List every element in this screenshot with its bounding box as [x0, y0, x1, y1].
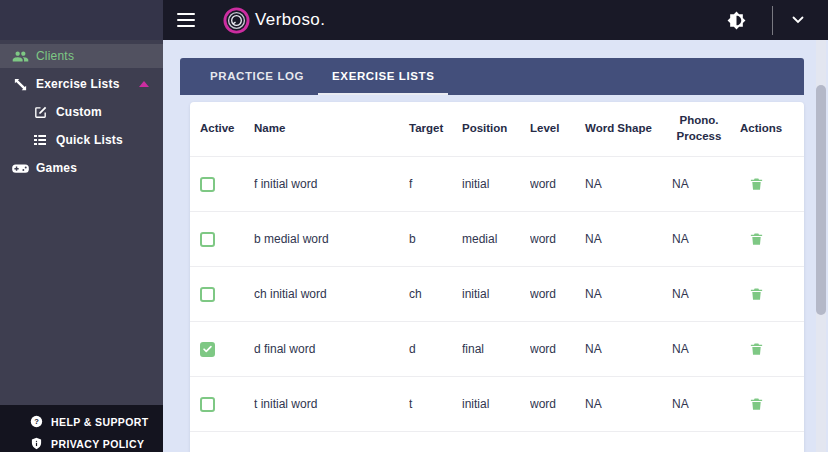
- cell-name: b medial word: [254, 232, 409, 246]
- dark-mode-toggle-icon[interactable]: [727, 11, 746, 30]
- cell-target: f: [409, 177, 462, 191]
- cell-word-shape: NA: [585, 177, 672, 191]
- table-row: ch initial wordchinitialwordNANA: [190, 267, 804, 322]
- cell-phono-process: NA: [672, 342, 740, 356]
- exercise-lists-card: ActiveNameTargetPositionLevelWord ShapeP…: [190, 102, 804, 452]
- cell-target: d: [409, 342, 462, 356]
- delete-row-button[interactable]: [749, 341, 764, 357]
- sidebar-item-exercise-lists[interactable]: Exercise Lists: [0, 72, 163, 96]
- brand-name: Verboso.: [255, 10, 325, 30]
- table-row: t initial wordtinitialwordNANA: [190, 377, 804, 432]
- tab-exercise-lists[interactable]: EXERCISE LISTS: [318, 58, 448, 95]
- verboso-logo-icon: [223, 7, 250, 34]
- cell-name: ch initial word: [254, 287, 409, 301]
- cell-position: initial: [462, 397, 530, 411]
- cell-word-shape: NA: [585, 232, 672, 246]
- delete-row-button[interactable]: [749, 286, 764, 302]
- delete-row-button[interactable]: [749, 176, 764, 192]
- help-circle-icon: ?: [30, 415, 44, 429]
- cell-phono-process: NA: [672, 397, 740, 411]
- sidebar: ClientsExercise ListsCustomQuick ListsGa…: [0, 40, 163, 452]
- cell-position: final: [462, 342, 530, 356]
- column-header-position: Position: [462, 121, 530, 137]
- footer-link-label: HELP & SUPPORT: [51, 416, 149, 428]
- column-header-active: Active: [200, 121, 254, 137]
- cell-level: word: [530, 232, 585, 246]
- active-checkbox[interactable]: [200, 342, 215, 357]
- svg-text:?: ?: [34, 417, 39, 426]
- table-row: b medial wordbmedialwordNANA: [190, 212, 804, 267]
- navbar-sidebar-corner: [0, 0, 163, 40]
- footer-link-privacy-policy[interactable]: PRIVACY POLICY: [30, 434, 163, 452]
- active-checkbox[interactable]: [200, 287, 215, 302]
- cell-level: word: [530, 177, 585, 191]
- delete-row-button[interactable]: [749, 231, 764, 247]
- column-header-target: Target: [409, 121, 462, 137]
- edit-note-icon: [30, 103, 50, 121]
- people-icon: [10, 47, 30, 65]
- active-checkbox[interactable]: [200, 397, 215, 412]
- sidebar-item-label: Exercise Lists: [36, 77, 120, 91]
- navbar-divider: [772, 6, 773, 35]
- cell-word-shape: NA: [585, 342, 672, 356]
- cell-level: word: [530, 397, 585, 411]
- table-header-row: ActiveNameTargetPositionLevelWord ShapeP…: [190, 102, 804, 157]
- footer-link-label: PRIVACY POLICY: [51, 438, 144, 450]
- cell-phono-process: NA: [672, 177, 740, 191]
- sidebar-item-label: Games: [36, 161, 77, 175]
- cell-phono-process: NA: [672, 287, 740, 301]
- footer-link-help-support[interactable]: ?HELP & SUPPORT: [30, 412, 163, 431]
- active-checkbox[interactable]: [200, 177, 215, 192]
- cell-name: t initial word: [254, 397, 409, 411]
- table-row: f initial wordfinitialwordNANA: [190, 157, 804, 212]
- sidebar-item-label: Quick Lists: [56, 133, 123, 147]
- sidebar-footer: ?HELP & SUPPORTPRIVACY POLICY: [0, 405, 163, 452]
- cell-target: ch: [409, 287, 462, 301]
- sidebar-item-quick-lists[interactable]: Quick Lists: [0, 128, 163, 152]
- sidebar-item-label: Clients: [36, 49, 74, 63]
- cell-level: word: [530, 287, 585, 301]
- cell-target: t: [409, 397, 462, 411]
- app-window: Verboso. ClientsExercise ListsCustomQuic…: [0, 0, 828, 452]
- collapse-caret-icon[interactable]: [139, 81, 149, 87]
- cell-word-shape: NA: [585, 397, 672, 411]
- column-header-phono-process: Phono. Process: [672, 113, 740, 144]
- arrows-expand-icon: [10, 75, 30, 93]
- cell-position: initial: [462, 287, 530, 301]
- column-header-word-shape: Word Shape: [585, 121, 672, 137]
- sidebar-item-custom[interactable]: Custom: [0, 100, 163, 124]
- column-header-level: Level: [530, 121, 585, 137]
- cell-name: d final word: [254, 342, 409, 356]
- brand-logo[interactable]: Verboso.: [223, 7, 325, 34]
- cell-level: word: [530, 342, 585, 356]
- cell-position: medial: [462, 232, 530, 246]
- cell-phono-process: NA: [672, 232, 740, 246]
- column-header-actions: Actions: [740, 121, 804, 137]
- hamburger-menu-icon[interactable]: [177, 13, 195, 27]
- user-menu-chevron-icon[interactable]: [790, 14, 806, 26]
- column-header-name: Name: [254, 121, 409, 137]
- delete-row-button[interactable]: [749, 396, 764, 412]
- gamepad-icon: [10, 159, 30, 177]
- active-checkbox[interactable]: [200, 232, 215, 247]
- tab-bar: PRACTICE LOGEXERCISE LISTS: [180, 58, 804, 95]
- shield-icon: [30, 437, 44, 451]
- table-row: d final worddfinalwordNANA: [190, 322, 804, 377]
- cell-target: b: [409, 232, 462, 246]
- sidebar-item-label: Custom: [56, 105, 102, 119]
- cell-word-shape: NA: [585, 287, 672, 301]
- cell-name: f initial word: [254, 177, 409, 191]
- sidebar-item-games[interactable]: Games: [0, 156, 163, 180]
- list-icon: [30, 131, 50, 149]
- scrollbar-thumb[interactable]: [816, 85, 826, 315]
- sidebar-item-clients[interactable]: Clients: [0, 44, 163, 68]
- tab-practice-log[interactable]: PRACTICE LOG: [196, 58, 318, 95]
- cell-position: initial: [462, 177, 530, 191]
- top-navbar: Verboso.: [0, 0, 828, 40]
- main-content: PRACTICE LOGEXERCISE LISTS ActiveNameTar…: [163, 40, 828, 452]
